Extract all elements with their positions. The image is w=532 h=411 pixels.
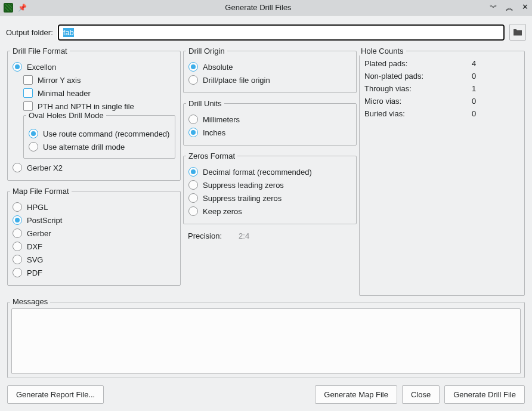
drill-units-group: Drill Units Millimeters Inches	[183, 99, 357, 146]
precision-row: Precision: 2:4	[182, 228, 358, 244]
hole-counts-group: Hole Counts Plated pads: 4 Non-plated pa…	[359, 47, 525, 296]
spacer	[109, 385, 310, 404]
radio-excellon[interactable]: Excellon	[13, 60, 175, 73]
radio-svg[interactable]: SVG	[13, 253, 175, 266]
radio-icon	[188, 128, 198, 137]
radio-icon	[13, 62, 22, 72]
radio-keep-zeros[interactable]: Keep zeros	[188, 205, 351, 218]
pin-icon[interactable]: 📌	[18, 4, 27, 12]
radio-label: Suppress trailing zeros	[203, 194, 282, 203]
radio-postscript[interactable]: PostScript	[13, 214, 175, 227]
dialog-body: Output folder: Drill File Format Excello…	[0, 16, 532, 411]
radio-icon	[188, 206, 198, 216]
through-vias-value: 1	[472, 84, 516, 93]
radio-label: Suppress leading zeros	[203, 181, 284, 190]
radio-icon	[188, 193, 198, 203]
drill-file-format-legend: Drill File Format	[10, 47, 70, 55]
radio-icon	[13, 268, 22, 277]
radio-absolute[interactable]: Absolute	[188, 60, 351, 73]
radio-gerber-x2[interactable]: Gerber X2	[13, 161, 175, 174]
radio-label: Gerber	[27, 229, 51, 238]
radio-icon	[188, 75, 198, 85]
radio-icon	[29, 142, 38, 152]
radio-hpgl[interactable]: HPGL	[13, 200, 175, 214]
non-plated-pads-label: Non-plated pads:	[364, 72, 463, 81]
radio-dxf[interactable]: DXF	[13, 240, 175, 253]
checkbox-label: Mirror Y axis	[38, 76, 81, 85]
radio-suppress-trailing[interactable]: Suppress trailing zeros	[188, 191, 351, 205]
micro-vias-value: 0	[472, 97, 516, 106]
radio-icon	[188, 167, 198, 177]
zeros-format-group: Zeros Format Decimal format (recommended…	[183, 152, 357, 224]
checkbox-label: PTH and NPTH in single file	[38, 102, 134, 111]
precision-label: Precision:	[188, 231, 222, 240]
output-folder-row: Output folder:	[6, 21, 526, 43]
output-folder-input[interactable]	[58, 24, 505, 41]
micro-vias-label: Micro vias:	[364, 97, 463, 106]
drill-file-format-group: Drill File Format Excellon Mirror Y axis…	[7, 47, 181, 181]
oval-holes-legend: Oval Holes Drill Mode	[26, 111, 106, 120]
zeros-format-legend: Zeros Format	[186, 152, 237, 160]
radio-icon	[29, 129, 38, 138]
hole-counts-legend: Hole Counts	[358, 47, 406, 55]
radio-suppress-leading[interactable]: Suppress leading zeros	[188, 178, 351, 191]
checkbox-icon	[23, 75, 33, 85]
generate-report-button[interactable]: Generate Report File...	[7, 385, 104, 404]
titlebar: 📌 Generate Drill Files ︾ ︽ ✕	[0, 0, 532, 16]
window-controls: ︾ ︽ ✕	[490, 2, 528, 13]
radio-icon	[13, 202, 22, 212]
plated-pads-label: Plated pads:	[364, 59, 463, 68]
generate-map-button[interactable]: Generate Map File	[315, 385, 397, 404]
close-button[interactable]: Close	[402, 385, 440, 404]
non-plated-pads-value: 0	[472, 72, 516, 81]
messages-group: Messages	[7, 302, 525, 378]
buried-vias-label: Buried vias:	[364, 109, 463, 118]
radio-label: Millimeters	[203, 115, 240, 124]
radio-icon	[13, 163, 22, 172]
maximize-icon[interactable]: ︽	[506, 2, 514, 13]
radio-gerber[interactable]: Gerber	[13, 227, 175, 240]
close-icon[interactable]: ✕	[522, 2, 528, 13]
radio-drill-place-origin[interactable]: Drill/place file origin	[188, 73, 351, 86]
folder-icon	[513, 27, 522, 37]
radio-millimeters[interactable]: Millimeters	[188, 113, 351, 126]
precision-value: 2:4	[239, 231, 249, 240]
radio-label: PostScript	[27, 216, 62, 225]
plated-pads-value: 4	[472, 59, 516, 68]
radio-inches[interactable]: Inches	[188, 126, 351, 139]
window-title: Generate Drill Files	[32, 3, 485, 12]
radio-label: DXF	[27, 242, 42, 251]
radio-use-route[interactable]: Use route command (recommended)	[29, 127, 170, 140]
radio-label: Inches	[203, 128, 225, 137]
buried-vias-value: 0	[472, 109, 516, 118]
checkbox-icon	[23, 88, 33, 98]
app-icon	[4, 3, 13, 13]
checkbox-label: Minimal header	[38, 89, 91, 98]
minimize-icon[interactable]: ︾	[490, 2, 497, 13]
radio-label: Decimal format (recommended)	[203, 168, 312, 177]
radio-label: SVG	[27, 255, 43, 264]
radio-pdf[interactable]: PDF	[13, 266, 175, 279]
check-mirror-y[interactable]: Mirror Y axis	[23, 73, 175, 86]
drill-origin-group: Drill Origin Absolute Drill/place file o…	[183, 47, 357, 93]
radio-label: PDF	[27, 268, 42, 277]
browse-folder-button[interactable]	[509, 24, 526, 41]
radio-label: HPGL	[27, 203, 48, 212]
check-minimal-header[interactable]: Minimal header	[23, 86, 175, 100]
radio-icon	[188, 115, 198, 124]
radio-icon	[13, 255, 22, 264]
radio-use-alt[interactable]: Use alternate drill mode	[29, 140, 170, 153]
oval-holes-group: Oval Holes Drill Mode Use route command …	[23, 115, 175, 159]
radio-icon	[188, 180, 198, 190]
radio-label: Drill/place file origin	[203, 76, 270, 85]
radio-decimal[interactable]: Decimal format (recommended)	[188, 165, 351, 178]
generate-drill-button[interactable]: Generate Drill File	[444, 385, 525, 404]
map-file-format-group: Map File Format HPGL PostScript Gerber D…	[7, 187, 181, 286]
radio-label: Use alternate drill mode	[43, 143, 125, 152]
messages-legend: Messages	[10, 297, 50, 306]
messages-textarea[interactable]	[11, 308, 521, 374]
output-folder-label: Output folder:	[6, 28, 53, 37]
drill-units-legend: Drill Units	[186, 99, 224, 108]
radio-icon	[13, 242, 22, 251]
drill-origin-legend: Drill Origin	[186, 47, 227, 55]
